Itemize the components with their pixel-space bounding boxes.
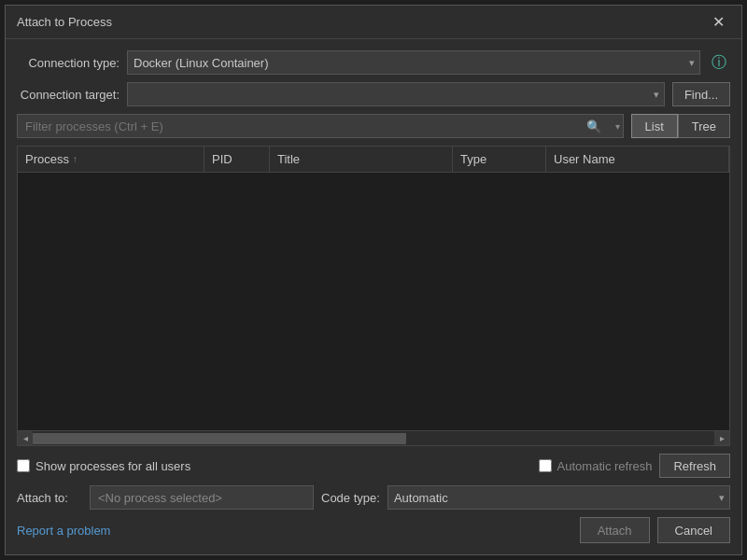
col-header-type[interactable]: Type [453, 147, 546, 172]
scroll-right-button[interactable]: ▸ [714, 431, 729, 446]
attach-to-label: Attach to: [17, 491, 82, 505]
col-header-process[interactable]: Process ↑ [18, 147, 204, 172]
process-table: Process ↑ PID Title Type User Name [17, 146, 730, 446]
connection-type-row: Connection type: Docker (Linux Container… [17, 50, 730, 75]
table-header: Process ↑ PID Title Type User Name [18, 147, 729, 173]
filter-dropdown-icon[interactable]: ▾ [615, 121, 620, 132]
info-button[interactable]: ⓘ [708, 53, 730, 73]
col-title-label: Title [277, 152, 300, 166]
auto-refresh-checkbox-row: Automatic refresh [539, 459, 653, 473]
search-icon: 🔍 [586, 119, 601, 133]
connection-target-select[interactable] [127, 82, 665, 106]
title-bar: Attach to Process ✕ [6, 6, 741, 39]
col-pid-label: PID [212, 152, 233, 166]
scroll-left-button[interactable]: ◂ [18, 431, 33, 446]
close-button[interactable]: ✕ [707, 13, 730, 32]
connection-type-select[interactable]: Docker (Linux Container)LocalSSH [127, 50, 700, 75]
table-body[interactable] [18, 173, 729, 430]
tree-view-button[interactable]: Tree [678, 114, 730, 138]
attach-button[interactable]: Attach [580, 517, 650, 543]
report-problem-link[interactable]: Report a problem [17, 524, 110, 538]
filter-row: 🔍 ▾ List Tree [17, 114, 730, 138]
filter-input[interactable] [17, 114, 624, 138]
find-button[interactable]: Find... [672, 82, 730, 106]
show-all-users-checkbox[interactable] [17, 459, 30, 472]
col-username-label: User Name [554, 152, 615, 166]
connection-target-row: Connection target: Find... [17, 82, 730, 106]
footer-row: Report a problem Attach Cancel [17, 517, 730, 543]
connection-type-label: Connection type: [17, 56, 120, 70]
show-all-users-label: Show processes for all users [35, 459, 190, 473]
cancel-button[interactable]: Cancel [657, 517, 730, 543]
scrollbar-row: ◂ ▸ [18, 430, 729, 445]
col-header-username[interactable]: User Name [546, 147, 729, 172]
code-type-label: Code type: [321, 491, 380, 505]
footer-buttons: Attach Cancel [580, 517, 730, 543]
show-all-users-row: Show processes for all users [17, 459, 190, 473]
attach-to-value: <No process selected> [90, 485, 314, 510]
attach-to-row: Attach to: <No process selected> Code ty… [17, 485, 730, 510]
code-type-select-wrapper: AutomaticManagedNative [388, 485, 730, 510]
col-header-title[interactable]: Title [270, 147, 453, 172]
sort-arrow-process: ↑ [73, 154, 78, 164]
list-view-button[interactable]: List [631, 114, 678, 138]
connection-type-select-wrapper: Docker (Linux Container)LocalSSH [127, 50, 700, 75]
scrollbar-thumb[interactable] [33, 433, 406, 444]
connection-target-label: Connection target: [17, 88, 120, 102]
dialog-title: Attach to Process [17, 15, 112, 29]
filter-input-wrapper: 🔍 ▾ [17, 114, 624, 138]
auto-refresh-area: Automatic refresh Refresh [539, 454, 730, 478]
bottom-options: Show processes for all users Automatic r… [17, 454, 730, 478]
auto-refresh-label: Automatic refresh [557, 459, 653, 473]
dialog-body: Connection type: Docker (Linux Container… [6, 39, 741, 554]
attach-to-process-dialog: Attach to Process ✕ Connection type: Doc… [5, 5, 742, 555]
col-process-label: Process [25, 152, 69, 166]
refresh-button[interactable]: Refresh [659, 454, 730, 478]
code-type-select[interactable]: AutomaticManagedNative [388, 485, 730, 510]
col-header-pid[interactable]: PID [204, 147, 270, 172]
view-toggle: List Tree [631, 114, 730, 138]
scrollbar-track[interactable] [33, 431, 714, 445]
col-type-label: Type [460, 152, 486, 166]
connection-target-select-wrapper [127, 82, 665, 106]
auto-refresh-checkbox[interactable] [539, 459, 552, 472]
